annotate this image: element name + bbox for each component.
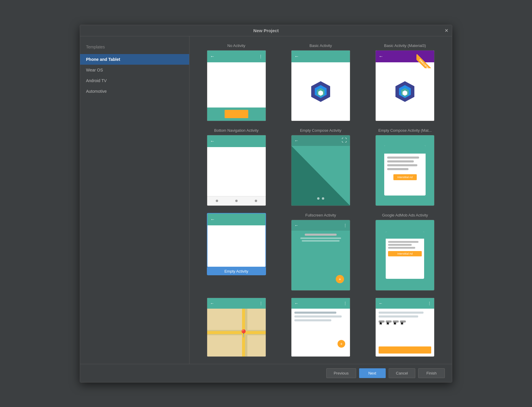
nav-dot	[255, 200, 257, 202]
star-icon: ★	[379, 320, 385, 323]
menu-dots-icon: ⋮	[343, 301, 347, 305]
template-basic-activity[interactable]: Basic Activity ←	[283, 43, 358, 121]
map-pin-icon: 📍	[239, 329, 248, 338]
yellow-bar	[225, 110, 248, 118]
template-empty-compose-mat[interactable]: Empty Compose Activity (Mat... Interstit…	[368, 128, 442, 206]
back-arrow-icon: ←	[294, 54, 299, 59]
basic-activity-thumb: ←	[291, 50, 350, 121]
back-arrow-icon: ←	[379, 54, 383, 59]
empty-compose-thumb: ← ⛶	[291, 135, 350, 206]
content-line	[302, 240, 340, 242]
back-arrow-icon: ←	[210, 301, 214, 306]
sidebar-item-automotive[interactable]: Automotive	[80, 86, 189, 97]
template-no-activity[interactable]: No Activity ← ⋮	[199, 43, 274, 121]
login-button	[379, 346, 431, 354]
road-h-yellow	[207, 331, 266, 334]
basic-activity-label: Basic Activity	[309, 43, 332, 48]
nav-dot	[216, 200, 218, 202]
empty-activity-label: Empty Activity	[207, 267, 266, 275]
title-bar: New Project ✕	[80, 25, 452, 36]
finish-button[interactable]: Finish	[418, 368, 445, 378]
template-grid: No Activity ← ⋮ Basic Activity	[199, 43, 442, 291]
fab-icon: +	[338, 340, 345, 348]
basic-material3-thumb: ← PREVIEW	[375, 50, 434, 121]
back-arrow-icon: ←	[379, 301, 383, 306]
admob-line	[388, 244, 412, 246]
bottom-nav-label: Bottom Navigation Activity	[214, 128, 259, 133]
back-arrow-icon: ←	[210, 139, 215, 144]
basic-material3-label: Basic Activity (Material3)	[384, 43, 426, 48]
empty-compose-label: Empty Compose Activity	[300, 128, 341, 133]
template-google-maps[interactable]: ← ⋮ 📍	[199, 298, 274, 357]
compose-dot	[317, 197, 319, 200]
fullscreen-thumb: ← ⋮ +	[291, 220, 350, 291]
menu-dots-icon: ⋮	[259, 54, 263, 59]
login-thumb: ← ⋮ ★ ★ ★ ★	[375, 298, 434, 357]
back-arrow-icon: ←	[210, 54, 215, 59]
hex-icon	[309, 80, 332, 103]
close-button[interactable]: ✕	[445, 28, 448, 33]
sidebar-header: Templates	[80, 42, 189, 54]
template-empty-compose[interactable]: Empty Compose Activity ← ⛶	[283, 128, 358, 206]
content-area: Templates Phone and Tablet Wear OS Andro…	[80, 36, 452, 364]
fab-icon: +	[336, 275, 344, 283]
footer: Previous Next Cancel Finish	[80, 364, 452, 382]
bottom-template-row: ← ⋮ 📍	[199, 298, 442, 357]
previous-button[interactable]: Previous	[326, 368, 356, 378]
bottom-nav-thumb: ←	[207, 135, 266, 206]
template-admob[interactable]: Google AdMob Ads Activity Interstitial A…	[368, 213, 442, 291]
admob-label: Google AdMob Ads Activity	[382, 213, 428, 217]
no-activity-label: No Activity	[227, 43, 245, 48]
template-login[interactable]: ← ⋮ ★ ★ ★ ★	[368, 298, 442, 357]
expand-icon: ⛶	[342, 137, 347, 144]
no-activity-thumb: ← ⋮	[207, 50, 266, 121]
scrolling-thumb: ← ⋮ +	[291, 298, 350, 357]
back-arrow-icon: ←	[210, 217, 215, 222]
star-icon: ★	[400, 320, 406, 323]
preview-badge: PREVIEW	[416, 51, 434, 68]
admob-line	[388, 241, 419, 243]
cancel-button[interactable]: Cancel	[389, 368, 415, 378]
content-line	[294, 312, 336, 314]
input-line	[379, 312, 423, 314]
content-line	[294, 319, 331, 321]
empty-compose-mat-thumb: Interstitial Ad	[375, 135, 434, 206]
sidebar-item-wear-os[interactable]: Wear OS	[80, 65, 189, 75]
template-empty-activity[interactable]: ← Empty Activity	[199, 213, 274, 291]
template-basic-material3[interactable]: Basic Activity (Material3) ←	[368, 43, 442, 121]
compose-dot	[322, 197, 324, 200]
template-scrolling[interactable]: ← ⋮ +	[283, 298, 358, 357]
star-icon: ★	[386, 320, 392, 323]
google-maps-thumb: ← ⋮ 📍	[207, 298, 266, 357]
sidebar: Templates Phone and Tablet Wear OS Andro…	[80, 36, 189, 364]
dialog-title: New Project	[253, 28, 279, 33]
admob-line	[388, 247, 415, 249]
menu-dots-icon: ⋮	[428, 301, 431, 305]
empty-activity-thumb: ←	[207, 213, 266, 267]
next-button[interactable]: Next	[359, 368, 386, 378]
nav-dot	[235, 200, 238, 202]
menu-dots-icon: ⋮	[343, 223, 347, 227]
interstitial-ad-button: Interstitial Ad	[388, 251, 422, 256]
hex-icon-m3	[393, 80, 417, 103]
sidebar-item-android-tv[interactable]: Android TV	[80, 75, 189, 86]
back-arrow-icon: ←	[294, 138, 299, 143]
interstitial-ad-label: Interstitial Ad	[393, 174, 417, 180]
template-fullscreen[interactable]: Fullscreen Activity ← ⋮ +	[283, 213, 358, 291]
content-line	[387, 160, 414, 162]
star-icon: ★	[393, 320, 399, 323]
content-line	[387, 157, 419, 159]
content-line	[387, 168, 408, 170]
sidebar-item-phone-tablet[interactable]: Phone and Tablet	[80, 54, 189, 65]
back-arrow-icon: ←	[294, 301, 299, 306]
empty-compose-mat-label: Empty Compose Activity (Mat...	[378, 128, 432, 133]
admob-thumb: Interstitial Ad	[375, 220, 434, 291]
main-area: No Activity ← ⋮ Basic Activity	[189, 36, 452, 364]
fullscreen-label: Fullscreen Activity	[305, 213, 336, 217]
content-line	[300, 237, 341, 239]
back-arrow-icon: ←	[294, 223, 299, 228]
menu-dots-icon: ⋮	[259, 301, 263, 305]
new-project-dialog: New Project ✕ Templates Phone and Tablet…	[80, 25, 452, 382]
title-line	[305, 234, 337, 236]
template-bottom-nav[interactable]: Bottom Navigation Activity ←	[199, 128, 274, 206]
